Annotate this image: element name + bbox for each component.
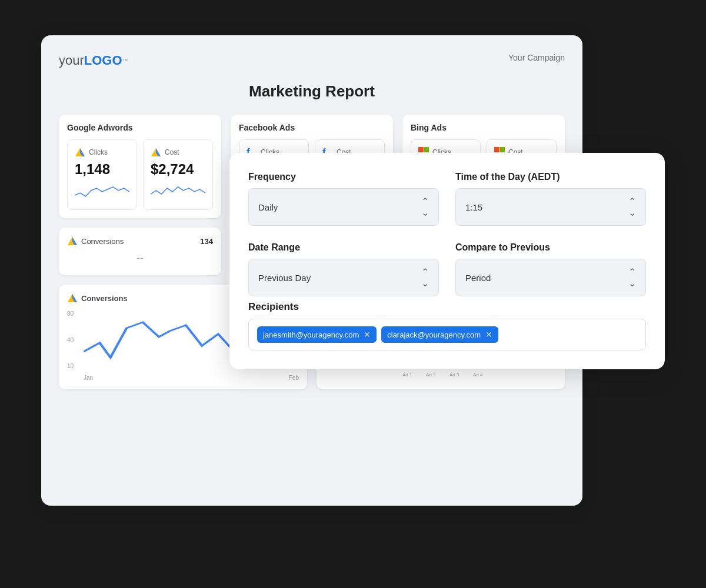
line-chart-icon <box>67 293 78 303</box>
date-range-select[interactable]: Previous Day ⌃⌄ <box>248 259 439 296</box>
google-cost-sparkline <box>151 182 205 200</box>
google-conversions-label: Conversions <box>81 237 124 246</box>
time-select[interactable]: 1:15 ⌃⌄ <box>455 188 646 226</box>
google-clicks-header: Clicks <box>75 147 129 158</box>
line-chart-x-labels: Jan Feb <box>84 375 299 381</box>
google-ads-icon <box>75 147 85 158</box>
facebook-ads-title: Facebook Ads <box>239 123 385 132</box>
report-header: yourLOGO™ Your Campaign <box>59 53 565 68</box>
time-value: 1:15 <box>465 202 482 212</box>
date-range-label: Date Range <box>248 242 439 253</box>
logo-bold: LOGO <box>84 53 122 68</box>
google-cost-label: Cost <box>165 148 179 156</box>
y-label-40: 40 <box>67 337 74 343</box>
time-field: Time of the Day (AEDT) 1:15 ⌃⌄ <box>455 172 646 226</box>
settings-grid: Frequency Daily ⌃⌄ Time of the Day (AEDT… <box>248 172 646 296</box>
bing-ads-title: Bing Ads <box>411 123 557 132</box>
svg-text:Ad 4: Ad 4 <box>473 372 483 377</box>
settings-panel: Frequency Daily ⌃⌄ Time of the Day (AEDT… <box>229 153 665 369</box>
y-label-80: 80 <box>67 310 74 317</box>
frequency-chevron-icon: ⌃⌄ <box>421 196 429 218</box>
line-chart-title: Conversions <box>81 294 128 303</box>
compare-select[interactable]: Period ⌃⌄ <box>455 259 646 296</box>
date-range-value: Previous Day <box>258 273 311 283</box>
recipient-tag-1[interactable]: clarajack@youragency.com ✕ <box>381 326 498 343</box>
recipients-container: janesmith@youragency.com ✕ clarajack@you… <box>248 319 646 350</box>
recipient-email-0: janesmith@youragency.com <box>263 330 359 339</box>
google-clicks-sparkline <box>75 182 129 200</box>
google-conversions-card: Conversions 134 -- <box>59 228 221 275</box>
recipient-tag-0[interactable]: janesmith@youragency.com ✕ <box>257 326 377 343</box>
recipient-remove-1[interactable]: ✕ <box>485 330 492 339</box>
frequency-label: Frequency <box>248 172 439 182</box>
line-chart-y-labels: 80 40 10 <box>67 310 74 369</box>
frequency-value: Daily <box>258 202 278 212</box>
google-cost-value: $2,724 <box>151 161 205 178</box>
google-ads-icon-2 <box>151 147 161 158</box>
recipient-remove-0[interactable]: ✕ <box>364 330 371 339</box>
google-cost-card: Cost $2,724 <box>143 139 213 210</box>
google-metrics-row: Clicks 1,148 Cost <box>67 139 213 210</box>
time-chevron-icon: ⌃⌄ <box>628 196 636 218</box>
svg-text:Ad 1: Ad 1 <box>402 372 412 377</box>
logo-tm: ™ <box>122 58 128 64</box>
date-range-field: Date Range Previous Day ⌃⌄ <box>248 242 439 296</box>
svg-text:Ad 3: Ad 3 <box>449 372 459 377</box>
report-title: Marketing Report <box>59 82 565 101</box>
logo: yourLOGO™ <box>59 53 128 68</box>
google-clicks-value: 1,148 <box>75 161 129 178</box>
google-conversions-header: Conversions 134 <box>67 236 213 246</box>
frequency-field: Frequency Daily ⌃⌄ <box>248 172 439 226</box>
recipient-email-1: clarajack@youragency.com <box>387 330 481 339</box>
x-label-feb: Feb <box>289 375 299 381</box>
date-range-chevron-icon: ⌃⌄ <box>421 266 429 289</box>
google-conv-dash: -- <box>67 250 213 267</box>
time-label: Time of the Day (AEDT) <box>455 172 646 182</box>
google-conversions-title-row: Conversions <box>67 236 124 246</box>
recipients-section-title: Recipients <box>248 301 646 313</box>
google-adwords-title: Google Adwords <box>67 123 213 132</box>
google-adwords-section: Google Adwords Clicks 1,148 <box>59 115 221 218</box>
google-clicks-label: Clicks <box>89 148 108 156</box>
google-conv-icon <box>67 236 78 246</box>
x-label-jan: Jan <box>84 375 93 381</box>
y-label-10: 10 <box>67 363 74 369</box>
compare-chevron-icon: ⌃⌄ <box>628 266 636 289</box>
compare-value: Period <box>465 273 491 283</box>
compare-label: Compare to Previous <box>455 242 646 253</box>
google-cost-header: Cost <box>151 147 205 158</box>
svg-text:Ad 2: Ad 2 <box>426 372 436 377</box>
google-conversions-count: 134 <box>200 237 213 246</box>
logo-your: your <box>59 53 84 68</box>
compare-field: Compare to Previous Period ⌃⌄ <box>455 242 646 296</box>
campaign-label: Your Campaign <box>508 53 565 62</box>
google-clicks-card: Clicks 1,148 <box>67 139 137 210</box>
frequency-select[interactable]: Daily ⌃⌄ <box>248 188 439 226</box>
